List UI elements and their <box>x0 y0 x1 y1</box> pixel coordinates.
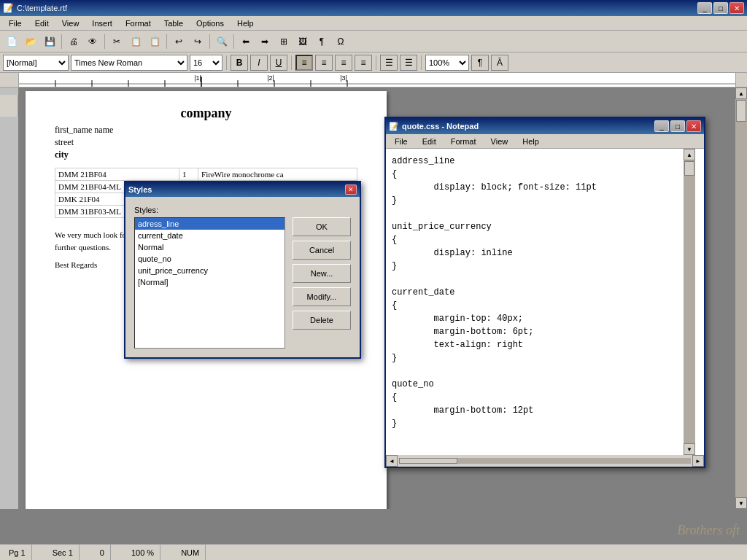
list-ul-button[interactable]: ☰ <box>380 55 398 71</box>
table-cell: DMM 21BF04 <box>55 168 179 181</box>
align-right-button[interactable]: ≡ <box>335 55 352 71</box>
menu-file[interactable]: File <box>3 18 28 29</box>
notepad-close-button[interactable]: ✕ <box>686 120 701 132</box>
cut-button[interactable]: ✂ <box>108 33 125 50</box>
notepad-hthumb[interactable] <box>399 458 457 464</box>
menu-insert[interactable]: Insert <box>86 18 118 29</box>
styles-dialog: Styles ✕ Styles: adress_line current_dat… <box>124 181 361 359</box>
ok-button[interactable]: OK <box>293 217 351 236</box>
notepad-menu-file[interactable]: File <box>389 136 414 147</box>
list-ol-button[interactable]: ☰ <box>400 55 417 71</box>
scroll-thumb[interactable] <box>736 100 746 122</box>
section-status: Sec 1 <box>47 545 80 560</box>
svg-text:|1|: |1| <box>194 74 201 82</box>
align-center-button[interactable]: ≡ <box>315 55 333 71</box>
notepad-menu-format[interactable]: Format <box>445 136 482 147</box>
dialog-close-button[interactable]: ✕ <box>345 184 357 195</box>
char-button[interactable]: Ω <box>332 33 349 50</box>
menu-format[interactable]: Format <box>120 18 157 29</box>
title-bar: 📝 C:\template.rtf _ □ ✕ <box>0 0 747 16</box>
pilcrow-button[interactable]: ¶ <box>471 55 489 71</box>
city-line: city <box>55 149 357 160</box>
window-title: C:\template.rtf <box>17 4 67 12</box>
indent-left-button[interactable]: ⬅ <box>237 33 255 50</box>
styles-listbox[interactable]: adress_line current_date Normal quote_no… <box>134 217 285 349</box>
style-item-normal[interactable]: Normal <box>135 241 285 253</box>
notepad-menu-edit[interactable]: Edit <box>417 136 442 147</box>
bold-button[interactable]: B <box>231 55 248 71</box>
print-button[interactable]: 🖨 <box>65 33 82 50</box>
close-button[interactable]: ✕ <box>729 2 744 14</box>
notepad-scroll-thumb[interactable] <box>684 161 694 176</box>
menu-view[interactable]: View <box>56 18 85 29</box>
notepad-scroll-right[interactable]: ► <box>692 455 704 467</box>
separator-3 <box>166 34 167 49</box>
ruler-inner: |1| |2| |3| <box>18 73 736 87</box>
zoom-status: 100 % <box>125 545 160 560</box>
notepad-minimize-button[interactable]: _ <box>654 120 669 132</box>
menu-edit[interactable]: Edit <box>29 18 55 29</box>
notepad-scroll-up[interactable]: ▲ <box>684 149 695 160</box>
preview-button[interactable]: 👁 <box>84 33 101 50</box>
separator-fmt-4 <box>421 55 422 70</box>
notepad-hscrollbar: ◄ ► <box>386 455 704 467</box>
style-item-adress[interactable]: adress_line <box>135 218 285 230</box>
notepad-scroll-track <box>684 160 695 443</box>
maximize-button[interactable]: □ <box>713 2 728 14</box>
zoom-selector[interactable]: 100% <box>425 55 469 71</box>
notepad-title-bar[interactable]: 📝 quote.css - Notepad _ □ ✕ <box>386 118 704 134</box>
notepad-menu-view[interactable]: View <box>485 136 514 147</box>
page-status: Pg 1 <box>3 545 32 560</box>
dialog-body: Styles: adress_line current_date Normal … <box>125 197 360 357</box>
find-button[interactable]: 🔍 <box>213 33 231 50</box>
notepad-maximize-button[interactable]: □ <box>670 120 685 132</box>
notepad-menu-help[interactable]: Help <box>516 136 545 147</box>
size-selector[interactable]: 16 <box>190 55 222 71</box>
svg-text:|3|: |3| <box>340 74 347 82</box>
scroll-down-button[interactable]: ▼ <box>735 497 747 509</box>
new-button[interactable]: 📄 <box>3 33 20 50</box>
style-selector[interactable]: [Normal] <box>3 55 69 71</box>
notepad-scroll-left[interactable]: ◄ <box>386 455 398 467</box>
svg-text:|2|: |2| <box>267 74 274 82</box>
image-button[interactable]: 🖼 <box>294 33 311 50</box>
dialog-title-bar[interactable]: Styles ✕ <box>125 182 360 197</box>
minimize-button[interactable]: _ <box>697 2 712 14</box>
style-item-unit-price[interactable]: unit_price_currency <box>135 265 285 276</box>
indent-right-button[interactable]: ➡ <box>256 33 274 50</box>
menu-options[interactable]: Options <box>190 18 230 29</box>
style-item-quote-no[interactable]: quote_no <box>135 253 285 265</box>
paste-button[interactable]: 📋 <box>146 33 163 50</box>
menu-help[interactable]: Help <box>231 18 260 29</box>
ruler: |1| |2| |3| <box>0 73 747 88</box>
align-justify-button[interactable]: ≡ <box>355 55 372 71</box>
font-selector[interactable]: Times New Roman <box>71 55 187 71</box>
num-status: NUM <box>175 545 206 560</box>
save-button[interactable]: 💾 <box>41 33 58 50</box>
align-left-button[interactable]: ≡ <box>295 55 313 71</box>
scroll-up-button[interactable]: ▲ <box>735 88 747 99</box>
undo-button[interactable]: ↩ <box>170 33 187 50</box>
underline-button[interactable]: U <box>270 55 287 71</box>
delete-button[interactable]: Delete <box>293 311 351 330</box>
new-button[interactable]: New... <box>293 264 351 283</box>
dialog-content: adress_line current_date Normal quote_no… <box>134 217 351 349</box>
modify-button[interactable]: Modify... <box>293 287 351 306</box>
menu-table[interactable]: Table <box>158 18 189 29</box>
table-cell: 1 <box>179 168 198 181</box>
open-button[interactable]: 📂 <box>22 33 39 50</box>
italic-button[interactable]: I <box>250 55 268 71</box>
pos-status: 0 <box>94 545 111 560</box>
style-item-normal-bracket[interactable]: [Normal] <box>135 276 285 288</box>
table-insert-button[interactable]: ⊞ <box>275 33 293 50</box>
street-line: street <box>55 137 357 148</box>
separator-2 <box>104 34 105 49</box>
notepad-editor[interactable]: address_line { display: block; font-size… <box>386 149 684 455</box>
copy-button[interactable]: 📋 <box>127 33 144 50</box>
redo-button[interactable]: ↪ <box>189 33 206 50</box>
notepad-scroll-down[interactable]: ▼ <box>684 443 695 455</box>
para-button[interactable]: ¶ <box>313 33 330 50</box>
formatting-button[interactable]: Ā <box>491 55 508 71</box>
cancel-button[interactable]: Cancel <box>293 241 351 260</box>
style-item-current-date[interactable]: current_date <box>135 230 285 241</box>
